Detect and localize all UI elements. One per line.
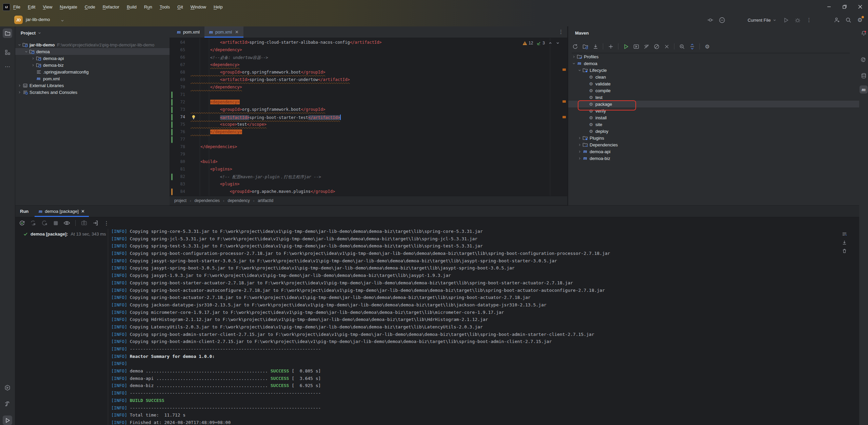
breadcrumb-item-dependency[interactable]: dependency	[228, 198, 250, 203]
run-button[interactable]	[783, 17, 789, 23]
menu-window[interactable]: Window	[188, 3, 209, 11]
menu-file[interactable]: File	[10, 3, 23, 11]
tree-item-demoa-biz[interactable]: demoa-biz	[15, 62, 170, 68]
debug-button[interactable]	[794, 17, 801, 23]
chevron-right-icon[interactable]	[578, 136, 581, 140]
chevron-right-icon[interactable]	[578, 143, 581, 147]
run-maven-build-icon[interactable]	[623, 43, 629, 50]
console-settings-icon[interactable]	[842, 231, 847, 237]
generate-sources-icon[interactable]	[582, 43, 589, 50]
plugins-icon[interactable]	[718, 17, 725, 23]
breadcrumb-item-dependencies[interactable]: dependencies	[194, 198, 220, 203]
code-line-65[interactable]: 65 </dependency>	[170, 46, 567, 54]
run-status-row[interactable]: demoa [package]: At 13 sec, 343 ms	[23, 231, 106, 237]
maven-settings-gear-icon[interactable]: ⚙	[704, 43, 711, 50]
maven-item-demoa-api[interactable]: mdemoa-api	[568, 148, 859, 155]
close-button[interactable]	[852, 0, 868, 14]
chevron-down-icon[interactable]	[578, 68, 581, 72]
build-toolwindow-button[interactable]	[3, 399, 12, 409]
analyze-dependencies-icon[interactable]	[678, 43, 685, 50]
chevron-right-icon[interactable]	[578, 157, 581, 160]
close-icon[interactable]	[663, 43, 670, 50]
minimize-button[interactable]	[821, 0, 837, 14]
run-options-kebab-icon[interactable]: ⋮	[103, 220, 110, 226]
services-toolwindow-button[interactable]	[3, 383, 12, 392]
restore-button[interactable]	[837, 0, 852, 14]
code-line-78[interactable]: 78 </dependencies>	[170, 143, 567, 151]
more-toolwindows-button[interactable]: ⋯	[3, 62, 12, 71]
chevron-right-icon[interactable]	[572, 55, 576, 59]
error-stripe-mark[interactable]	[563, 100, 566, 103]
menu-refactor[interactable]: Refactor	[100, 3, 122, 11]
close-icon[interactable]: ✕	[235, 29, 239, 35]
execute-maven-goal-icon[interactable]	[633, 43, 639, 50]
skip-tests-icon[interactable]	[653, 43, 660, 50]
close-icon[interactable]: ✕	[81, 209, 85, 214]
rerun-failed-tests-button[interactable]	[30, 220, 37, 226]
maven-item-dependencies[interactable]: Dependencies	[568, 141, 859, 148]
maven-item-install[interactable]: ⚙install	[568, 114, 859, 121]
download-sources-icon[interactable]	[592, 43, 599, 50]
structure-toolwindow-button[interactable]	[3, 47, 12, 57]
menu-run[interactable]: Run	[141, 3, 155, 11]
code-line-83[interactable]: 83 <plugin>	[170, 181, 567, 188]
menu-navigate[interactable]: Navigate	[57, 3, 80, 11]
code-line-80[interactable]: 80 <build>	[170, 158, 567, 166]
code-line-73[interactable]: 73 <groupId>org.springframework.boot</gr…	[170, 106, 567, 114]
vcs-widget-icon[interactable]	[707, 17, 714, 23]
tree-item-demoa[interactable]: demoa	[15, 48, 170, 55]
stop-and-rerun-button[interactable]	[41, 220, 48, 226]
scroll-to-end-icon[interactable]	[842, 240, 847, 245]
chevron-down-icon[interactable]	[18, 43, 21, 47]
menu-build[interactable]: Build	[124, 3, 140, 11]
settings-gear-icon[interactable]: ⚙	[856, 17, 863, 23]
code-line-68[interactable]: 68 <groupId>org.springframework.boot</gr…	[170, 69, 567, 76]
maven-item-clean[interactable]: ⚙clean	[568, 74, 859, 80]
tree-item-scratches-and-consoles[interactable]: Scratches and Consoles	[15, 89, 170, 96]
chevron-right-icon[interactable]	[578, 150, 581, 154]
breadcrumb-item-project[interactable]: project	[174, 198, 186, 203]
tree-item-external-libraries[interactable]: External Libraries	[15, 82, 170, 89]
code-line-66[interactable]: 66 <!--必备: undertow容器-->	[170, 54, 567, 61]
build-console[interactable]: [INFO] Copying spring-core-5.3.31.jar to…	[108, 229, 859, 425]
more-actions-icon[interactable]: ⋮	[806, 17, 812, 23]
previous-problem-icon[interactable]	[548, 41, 552, 45]
code-line-72[interactable]: 72 <dependency>	[170, 99, 567, 106]
run-tab-demoa-package[interactable]: m demoa [package] ✕	[35, 206, 89, 217]
error-stripe-mark[interactable]	[563, 116, 566, 118]
maven-item-validate[interactable]: ⚙validate	[568, 80, 859, 87]
maven-toolwindow-button[interactable]: m	[860, 85, 868, 94]
code-line-76[interactable]: 76 </dependency>	[170, 128, 567, 136]
menu-tools[interactable]: Tools	[157, 3, 173, 11]
chevron-right-icon[interactable]	[18, 84, 21, 87]
ai-assistant-icon[interactable]	[860, 56, 868, 64]
project-badge[interactable]: JD	[14, 16, 23, 24]
rerun-button[interactable]	[19, 220, 25, 226]
code-line-79[interactable]: 79	[170, 151, 567, 158]
chevron-down-icon[interactable]	[572, 62, 576, 65]
maven-item-deploy[interactable]: ⚙deploy	[568, 128, 859, 135]
code-line-82[interactable]: 82 <!-- 配置maven-jar-plugin，打包主程序jar -->	[170, 173, 567, 181]
tree-item-jar-lib-demo[interactable]: jar-lib-demoF:\work\project\idea\v1\pig-…	[15, 41, 170, 48]
code-viewport[interactable]: 64 <artifactId>spring-cloud-starter-alib…	[170, 38, 567, 196]
chevron-right-icon[interactable]	[31, 63, 35, 67]
run-toolwindow-button[interactable]	[3, 416, 12, 425]
editor-tab-1[interactable]: mpom.xml✕	[204, 26, 243, 38]
clear-all-trash-icon[interactable]	[842, 248, 847, 254]
project-panel-header[interactable]: Project	[21, 31, 41, 36]
project-selector[interactable]: jar-lib-demo	[26, 17, 50, 22]
screenshot-camera-icon[interactable]	[81, 220, 87, 226]
notifications-bell-icon[interactable]	[860, 29, 868, 37]
maven-item-demoa[interactable]: mdemoa	[568, 60, 859, 67]
code-line-77[interactable]: 77	[170, 136, 567, 143]
menu-code[interactable]: Code	[82, 3, 98, 11]
search-everywhere-icon[interactable]	[845, 17, 852, 23]
project-toolwindow-button[interactable]	[3, 28, 12, 38]
chevron-right-icon[interactable]	[18, 90, 21, 94]
maven-item-plugins[interactable]: Plugins	[568, 135, 859, 141]
tree-item-demoa-api[interactable]: demoa-api	[15, 55, 170, 62]
menu-git[interactable]: Git	[174, 3, 186, 11]
code-line-70[interactable]: 70 </dependency>	[170, 84, 567, 91]
code-line-69[interactable]: 69 <artifactId>spring-boot-starter-under…	[170, 76, 567, 84]
error-stripe-mark[interactable]	[563, 68, 566, 71]
